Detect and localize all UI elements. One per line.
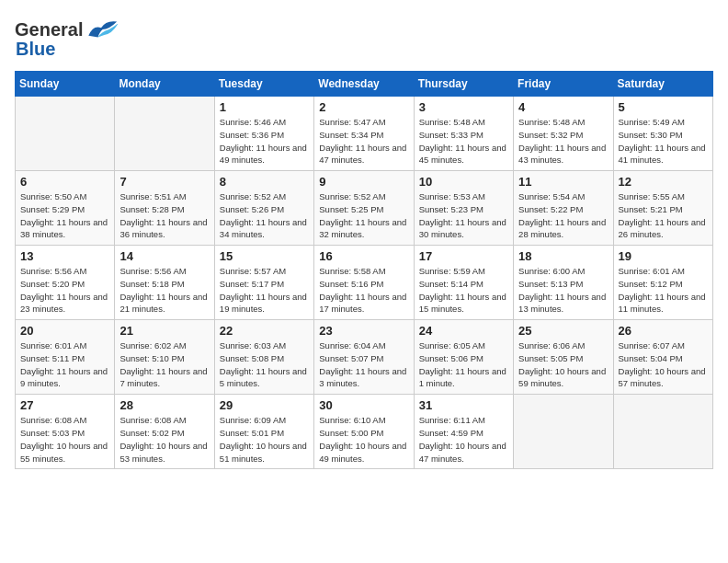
- day-content: Sunrise: 6:10 AM Sunset: 5:00 PM Dayligh…: [319, 414, 408, 465]
- day-number: 21: [119, 324, 209, 338]
- day-number: 25: [518, 324, 608, 338]
- day-cell: 26Sunrise: 6:07 AM Sunset: 5:04 PM Dayli…: [613, 320, 712, 395]
- day-number: 30: [319, 398, 408, 412]
- day-number: 7: [119, 175, 209, 189]
- day-number: 29: [220, 398, 309, 412]
- day-cell: 27Sunrise: 6:08 AM Sunset: 5:03 PM Dayli…: [16, 395, 115, 469]
- day-content: Sunrise: 5:49 AM Sunset: 5:30 PM Dayligh…: [619, 116, 708, 167]
- day-number: 20: [20, 324, 109, 338]
- day-content: Sunrise: 5:56 AM Sunset: 5:20 PM Dayligh…: [20, 265, 109, 316]
- day-content: Sunrise: 6:07 AM Sunset: 5:04 PM Dayligh…: [619, 339, 708, 390]
- day-number: 19: [619, 249, 708, 263]
- day-number: 12: [619, 175, 708, 189]
- day-content: Sunrise: 5:46 AM Sunset: 5:36 PM Dayligh…: [220, 116, 309, 167]
- day-content: Sunrise: 6:01 AM Sunset: 5:12 PM Dayligh…: [619, 265, 708, 316]
- day-number: 6: [20, 175, 109, 189]
- day-content: Sunrise: 5:52 AM Sunset: 5:25 PM Dayligh…: [319, 190, 408, 241]
- day-cell: 29Sunrise: 6:09 AM Sunset: 5:01 PM Dayli…: [214, 395, 313, 469]
- day-cell: 22Sunrise: 6:03 AM Sunset: 5:08 PM Dayli…: [214, 320, 313, 395]
- week-row-4: 20Sunrise: 6:01 AM Sunset: 5:11 PM Dayli…: [16, 320, 713, 395]
- day-cell: [16, 97, 115, 171]
- header-cell-monday: Monday: [115, 72, 214, 97]
- day-cell: [115, 97, 214, 171]
- week-row-2: 6Sunrise: 5:50 AM Sunset: 5:29 PM Daylig…: [16, 171, 713, 246]
- day-cell: 5Sunrise: 5:49 AM Sunset: 5:30 PM Daylig…: [613, 97, 712, 171]
- day-content: Sunrise: 6:04 AM Sunset: 5:07 PM Dayligh…: [319, 339, 408, 390]
- day-content: Sunrise: 6:11 AM Sunset: 4:59 PM Dayligh…: [419, 414, 508, 465]
- day-number: 17: [419, 249, 508, 263]
- day-number: 22: [220, 324, 309, 338]
- day-cell: 15Sunrise: 5:57 AM Sunset: 5:17 PM Dayli…: [214, 246, 313, 320]
- header-row: SundayMondayTuesdayWednesdayThursdayFrid…: [16, 72, 713, 97]
- week-row-3: 13Sunrise: 5:56 AM Sunset: 5:20 PM Dayli…: [16, 246, 713, 320]
- day-number: 28: [119, 398, 209, 412]
- day-cell: 6Sunrise: 5:50 AM Sunset: 5:29 PM Daylig…: [16, 171, 115, 246]
- day-cell: 24Sunrise: 6:05 AM Sunset: 5:06 PM Dayli…: [414, 320, 513, 395]
- day-number: 8: [220, 175, 309, 189]
- day-cell: 21Sunrise: 6:02 AM Sunset: 5:10 PM Dayli…: [115, 320, 214, 395]
- day-number: 24: [419, 324, 508, 338]
- calendar-table: SundayMondayTuesdayWednesdayThursdayFrid…: [15, 71, 713, 469]
- day-content: Sunrise: 5:59 AM Sunset: 5:14 PM Dayligh…: [419, 265, 508, 316]
- header-cell-wednesday: Wednesday: [314, 72, 414, 97]
- day-number: 10: [419, 175, 508, 189]
- day-number: 2: [319, 100, 408, 114]
- day-cell: 14Sunrise: 5:56 AM Sunset: 5:18 PM Dayli…: [115, 246, 214, 320]
- day-cell: 9Sunrise: 5:52 AM Sunset: 5:25 PM Daylig…: [314, 171, 414, 246]
- day-cell: 2Sunrise: 5:47 AM Sunset: 5:34 PM Daylig…: [314, 97, 414, 171]
- day-number: 18: [518, 249, 608, 263]
- day-number: 13: [20, 249, 109, 263]
- day-content: Sunrise: 6:03 AM Sunset: 5:08 PM Dayligh…: [220, 339, 309, 390]
- day-content: Sunrise: 5:48 AM Sunset: 5:32 PM Dayligh…: [518, 116, 608, 167]
- day-number: 23: [319, 324, 408, 338]
- day-content: Sunrise: 5:57 AM Sunset: 5:17 PM Dayligh…: [220, 265, 309, 316]
- day-cell: 10Sunrise: 5:53 AM Sunset: 5:23 PM Dayli…: [414, 171, 513, 246]
- calendar-body: 1Sunrise: 5:46 AM Sunset: 5:36 PM Daylig…: [16, 97, 713, 469]
- day-content: Sunrise: 5:52 AM Sunset: 5:26 PM Dayligh…: [220, 190, 309, 241]
- day-cell: 31Sunrise: 6:11 AM Sunset: 4:59 PM Dayli…: [414, 395, 513, 469]
- day-number: 27: [20, 398, 109, 412]
- day-number: 31: [419, 398, 508, 412]
- day-content: Sunrise: 6:05 AM Sunset: 5:06 PM Dayligh…: [419, 339, 508, 390]
- day-cell: 12Sunrise: 5:55 AM Sunset: 5:21 PM Dayli…: [613, 171, 712, 246]
- header-cell-friday: Friday: [514, 72, 613, 97]
- day-cell: 18Sunrise: 6:00 AM Sunset: 5:13 PM Dayli…: [514, 246, 613, 320]
- page-header: General Blue: [15, 15, 713, 60]
- header-cell-sunday: Sunday: [16, 72, 115, 97]
- day-content: Sunrise: 6:02 AM Sunset: 5:10 PM Dayligh…: [119, 339, 209, 390]
- calendar-header: SundayMondayTuesdayWednesdayThursdayFrid…: [16, 72, 713, 97]
- day-content: Sunrise: 5:55 AM Sunset: 5:21 PM Dayligh…: [619, 190, 708, 241]
- week-row-1: 1Sunrise: 5:46 AM Sunset: 5:36 PM Daylig…: [16, 97, 713, 171]
- day-number: 15: [220, 249, 309, 263]
- day-cell: [613, 395, 712, 469]
- day-content: Sunrise: 6:01 AM Sunset: 5:11 PM Dayligh…: [20, 339, 109, 390]
- day-number: 26: [619, 324, 708, 338]
- day-content: Sunrise: 5:48 AM Sunset: 5:33 PM Dayligh…: [419, 116, 508, 167]
- day-number: 14: [119, 249, 209, 263]
- day-cell: 7Sunrise: 5:51 AM Sunset: 5:28 PM Daylig…: [115, 171, 214, 246]
- day-content: Sunrise: 5:58 AM Sunset: 5:16 PM Dayligh…: [319, 265, 408, 316]
- day-cell: [514, 395, 613, 469]
- day-content: Sunrise: 6:00 AM Sunset: 5:13 PM Dayligh…: [518, 265, 608, 316]
- day-number: 4: [518, 100, 608, 114]
- day-number: 1: [220, 100, 309, 114]
- day-cell: 20Sunrise: 6:01 AM Sunset: 5:11 PM Dayli…: [16, 320, 115, 395]
- day-content: Sunrise: 6:08 AM Sunset: 5:03 PM Dayligh…: [20, 414, 109, 465]
- day-content: Sunrise: 6:06 AM Sunset: 5:05 PM Dayligh…: [518, 339, 608, 390]
- day-content: Sunrise: 6:09 AM Sunset: 5:01 PM Dayligh…: [220, 414, 309, 465]
- day-content: Sunrise: 5:51 AM Sunset: 5:28 PM Dayligh…: [119, 190, 209, 241]
- header-cell-tuesday: Tuesday: [214, 72, 313, 97]
- header-cell-thursday: Thursday: [414, 72, 513, 97]
- day-content: Sunrise: 5:54 AM Sunset: 5:22 PM Dayligh…: [518, 190, 608, 241]
- day-cell: 25Sunrise: 6:06 AM Sunset: 5:05 PM Dayli…: [514, 320, 613, 395]
- day-content: Sunrise: 5:56 AM Sunset: 5:18 PM Dayligh…: [119, 265, 209, 316]
- day-content: Sunrise: 5:53 AM Sunset: 5:23 PM Dayligh…: [419, 190, 508, 241]
- day-number: 16: [319, 249, 408, 263]
- day-number: 5: [619, 100, 708, 114]
- day-content: Sunrise: 6:08 AM Sunset: 5:02 PM Dayligh…: [119, 414, 209, 465]
- day-cell: 4Sunrise: 5:48 AM Sunset: 5:32 PM Daylig…: [514, 97, 613, 171]
- day-number: 11: [518, 175, 608, 189]
- day-cell: 30Sunrise: 6:10 AM Sunset: 5:00 PM Dayli…: [314, 395, 414, 469]
- day-cell: 3Sunrise: 5:48 AM Sunset: 5:33 PM Daylig…: [414, 97, 513, 171]
- day-cell: 28Sunrise: 6:08 AM Sunset: 5:02 PM Dayli…: [115, 395, 214, 469]
